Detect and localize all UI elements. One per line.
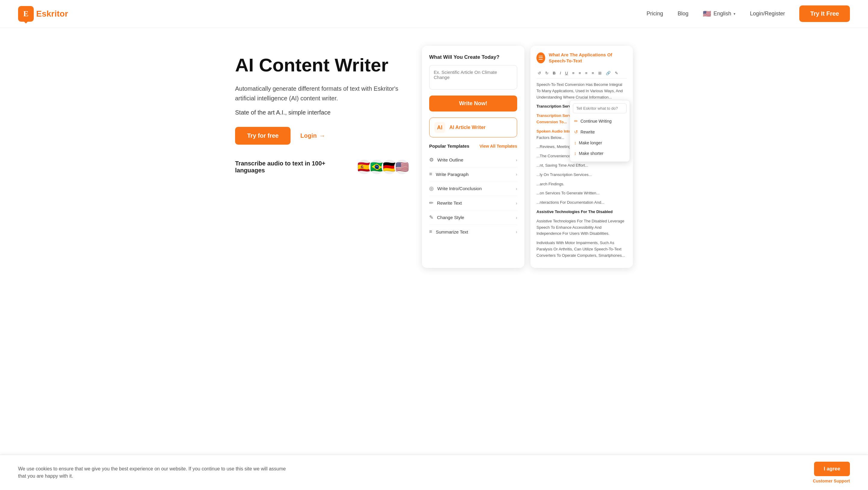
chevron-down-icon: ▾ [734,12,735,16]
logo-icon: E [18,6,34,22]
hero-try-free-button[interactable]: Try for free [235,127,290,145]
create-input[interactable] [429,65,517,90]
toolbar-italic[interactable]: I [558,70,562,76]
dropdown-make-longer[interactable]: ↕ Make longer [570,137,629,148]
nav-links: Pricing Blog 🇺🇸 English ▾ Login/Register… [647,5,850,22]
create-card-title: What Will You Create Today? [429,54,517,60]
template-icon-rewrite: ✏ [429,200,433,206]
section-assistive-text1: Assistive Technologies For The Disabled … [536,218,627,237]
dropdown-continue-writing[interactable]: ✏ Continue Writing [570,116,629,127]
template-rewrite[interactable]: ✏ Rewrite Text › [429,196,517,210]
write-now-button[interactable]: Write Now! [429,95,517,112]
ai-action-input[interactable] [573,103,627,113]
ai-action-dropdown: ✏ Continue Writing ↺ Rewrite ↕ Make long… [569,100,630,162]
menu-icon: ☰ [536,53,545,63]
card-right-title: What Are The Applications Of Speech-To-T… [549,52,627,64]
toolbar-link[interactable]: 🔗 [604,70,612,76]
toolbar-list2[interactable]: ≡ [578,70,582,76]
template-label-paragraph: Write Paragraph [436,172,469,177]
hero-section: AI Content Writer Automatically generate… [217,28,651,286]
toolbar-undo[interactable]: ↺ [536,70,542,76]
content-intro: Speech-To-Text Conversion Has Become Int… [536,82,627,100]
template-label-intro: Write Intro/Conclusion [437,186,482,191]
template-icon-summarize: ≡ [429,229,432,235]
logo[interactable]: E Eskritor [18,6,68,22]
create-card: What Will You Create Today? Write Now! A… [422,46,524,268]
toolbar-align1[interactable]: ≡ [584,70,589,76]
rewrite-label: Rewrite [581,130,595,134]
section-generate-text: ...on Services To Generate Written... [536,190,627,196]
card-right-title-text: What Are The Applications [549,52,607,57]
transcribe-text: Transcribe audio to text in 100+ languag… [235,160,350,174]
toolbar-align2[interactable]: ≡ [590,70,595,76]
toolbar-bold[interactable]: B [552,70,557,76]
hero-buttons: Try for free Login → [235,127,410,145]
nav-blog[interactable]: Blog [678,10,688,17]
ai-article-label: AI Article Writer [450,125,486,130]
navbar: E Eskritor Pricing Blog 🇺🇸 English ▾ Log… [0,0,868,28]
template-label-style: Change Style [437,215,464,220]
language-flags: 🇪🇸 🇧🇷 🇩🇪 🇺🇸 [356,159,410,175]
section-findings-text: ...arch Findings. [536,181,627,187]
speech-to-text-card: ☰ What Are The Applications Of Speech-To… [530,46,633,268]
template-label-summarize: Summarize Text [436,229,468,235]
section-assistive-heading: Assistive Technologies For The Disabled [536,209,627,215]
toolbar-underline[interactable]: U [564,70,569,76]
flag-icon: 🇺🇸 [703,10,711,18]
login-arrow-icon: → [319,132,325,139]
template-summarize[interactable]: ≡ Summarize Text › [429,225,517,239]
template-write-outline[interactable]: ⚙ Write Outline › [429,153,517,167]
template-intro-conclusion[interactable]: ◎ Write Intro/Conclusion › [429,181,517,196]
nav-try-free-button[interactable]: Try It Free [799,5,850,22]
nav-lang-label: English [713,10,731,17]
hero-left: AI Content Writer Automatically generate… [235,46,410,175]
nav-login-register[interactable]: Login/Register [750,10,785,17]
hero-title: AI Content Writer [235,55,410,75]
section-assistive-text2: Individuals With Motor Impairments, Such… [536,240,627,258]
template-icon-intro: ◎ [429,185,434,192]
card-right-header: ☰ What Are The Applications Of Speech-To… [536,52,627,64]
logo-text: Eskritor [36,9,68,19]
hero-login-button[interactable]: Login → [300,132,325,139]
dropdown-rewrite[interactable]: ↺ Rewrite [570,127,629,137]
template-icon-outline: ⚙ [429,157,434,163]
continue-writing-label: Continue Writing [581,119,612,124]
template-arrow-summarize: › [516,229,517,234]
template-arrow-intro: › [516,186,517,191]
hero-description: Automatically generate different formats… [235,84,410,103]
login-label: Login [300,132,316,139]
templates-title: Popular Templates [429,144,469,149]
toolbar-grid[interactable]: ⊞ [597,70,603,76]
nav-language-selector[interactable]: 🇺🇸 English ▾ [703,10,735,18]
toolbar-list1[interactable]: ≡ [571,70,576,76]
toolbar-edit[interactable]: ✎ [614,70,619,76]
template-arrow-paragraph: › [516,172,517,177]
make-shorter-label: Make shorter [579,151,604,156]
template-change-style[interactable]: ✎ Change Style › [429,210,517,225]
section-rely-text: ...ly On Transcription Services... [536,172,627,178]
template-arrow-rewrite: › [516,201,517,206]
hero-transcribe: Transcribe audio to text in 100+ languag… [235,159,410,175]
rewrite-icon: ↺ [574,129,578,135]
make-shorter-icon: ↕ [574,151,577,156]
view-all-templates[interactable]: View All Templates [479,144,517,149]
template-label-outline: Write Outline [437,157,463,162]
make-longer-icon: ↕ [574,140,577,145]
template-icon-style: ✎ [429,214,433,221]
continue-writing-icon: ✏ [574,118,578,124]
section-saving-text: ...nt, Saving Time And Effort... [536,162,627,169]
toolbar-redo[interactable]: ↻ [544,70,550,76]
template-label-rewrite: Rewrite Text [437,201,462,206]
ai-article-icon: AI [434,122,445,133]
make-longer-label: Make longer [579,141,602,145]
template-list: ⚙ Write Outline › ≡ Write Paragraph › ◎ [429,153,517,239]
flag-american: 🇺🇸 [394,159,410,175]
ai-article-button[interactable]: AI AI Article Writer [429,118,517,137]
templates-header: Popular Templates View All Templates [429,144,517,149]
template-write-paragraph[interactable]: ≡ Write Paragraph › [429,167,517,181]
template-arrow-style: › [516,215,517,220]
hero-right-panels: What Will You Create Today? Write Now! A… [422,46,633,268]
dropdown-make-shorter[interactable]: ↕ Make shorter [570,148,629,158]
template-icon-paragraph: ≡ [429,171,432,177]
nav-pricing[interactable]: Pricing [647,10,663,17]
